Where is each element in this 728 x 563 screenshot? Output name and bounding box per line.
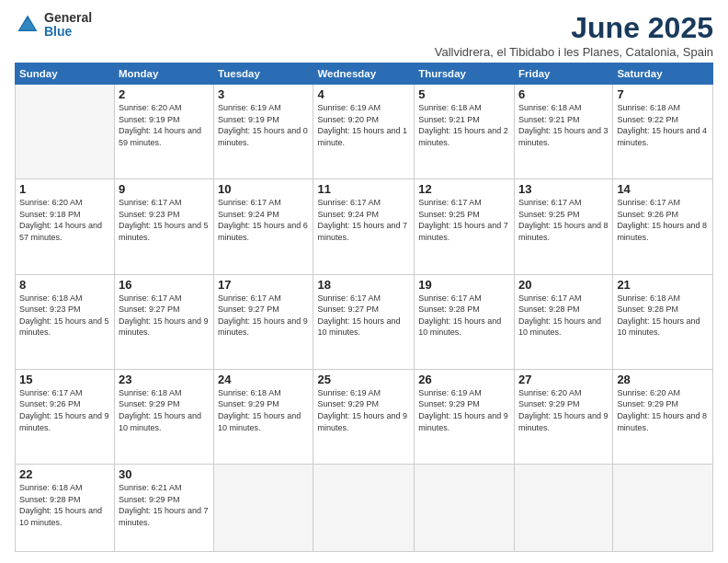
header-cell-wednesday: Wednesday: [313, 63, 415, 85]
day-number: 14: [617, 182, 709, 196]
title-section: June 2025 Vallvidrera, el Tibidabo i les…: [435, 11, 713, 59]
day-number: 4: [317, 87, 410, 101]
day-cell: 4Sunrise: 6:19 AMSunset: 9:20 PMDaylight…: [313, 85, 415, 179]
day-cell: 9Sunrise: 6:17 AMSunset: 9:23 PMDaylight…: [114, 179, 213, 274]
day-info: Sunrise: 6:19 AMSunset: 9:29 PMDaylight:…: [317, 387, 410, 433]
day-number: 22: [19, 467, 110, 481]
logo: General Blue: [15, 11, 92, 40]
logo-blue: Blue: [44, 25, 92, 39]
day-cell: [313, 465, 415, 552]
logo-general: General: [44, 11, 92, 25]
day-cell: 6Sunrise: 6:18 AMSunset: 9:21 PMDaylight…: [514, 85, 612, 179]
day-info: Sunrise: 6:18 AMSunset: 9:28 PMDaylight:…: [19, 482, 110, 528]
day-number: 17: [218, 278, 309, 292]
day-cell: 14Sunrise: 6:17 AMSunset: 9:26 PMDayligh…: [613, 179, 713, 274]
day-cell: 17Sunrise: 6:17 AMSunset: 9:27 PMDayligh…: [214, 274, 313, 369]
day-number: 26: [418, 373, 510, 386]
header-cell-thursday: Thursday: [415, 63, 515, 85]
day-info: Sunrise: 6:17 AMSunset: 9:24 PMDaylight:…: [218, 197, 309, 243]
day-number: 25: [317, 373, 410, 386]
day-cell: 18Sunrise: 6:17 AMSunset: 9:27 PMDayligh…: [313, 274, 415, 369]
day-number: 27: [518, 373, 609, 386]
day-cell: 11Sunrise: 6:17 AMSunset: 9:24 PMDayligh…: [313, 179, 415, 274]
day-info: Sunrise: 6:18 AMSunset: 9:22 PMDaylight:…: [617, 102, 709, 148]
day-info: Sunrise: 6:18 AMSunset: 9:29 PMDaylight:…: [119, 387, 210, 433]
day-cell: 10Sunrise: 6:17 AMSunset: 9:24 PMDayligh…: [214, 179, 313, 274]
day-number: 16: [119, 278, 210, 292]
day-info: Sunrise: 6:19 AMSunset: 9:29 PMDaylight:…: [418, 387, 510, 433]
day-info: Sunrise: 6:18 AMSunset: 9:28 PMDaylight:…: [617, 293, 709, 339]
day-info: Sunrise: 6:17 AMSunset: 9:25 PMDaylight:…: [418, 197, 510, 243]
day-cell: 24Sunrise: 6:18 AMSunset: 9:29 PMDayligh…: [214, 369, 313, 464]
day-info: Sunrise: 6:20 AMSunset: 9:29 PMDaylight:…: [518, 387, 609, 433]
day-number: 30: [119, 467, 210, 481]
day-info: Sunrise: 6:19 AMSunset: 9:19 PMDaylight:…: [218, 102, 309, 148]
day-cell: 25Sunrise: 6:19 AMSunset: 9:29 PMDayligh…: [313, 369, 415, 464]
week-row-0: 2Sunrise: 6:20 AMSunset: 9:19 PMDaylight…: [16, 85, 713, 179]
week-row-2: 8Sunrise: 6:18 AMSunset: 9:23 PMDaylight…: [16, 274, 713, 369]
header-cell-friday: Friday: [514, 63, 612, 85]
day-info: Sunrise: 6:20 AMSunset: 9:19 PMDaylight:…: [119, 102, 210, 148]
day-number: 10: [218, 182, 309, 196]
week-row-1: 1Sunrise: 6:20 AMSunset: 9:18 PMDaylight…: [16, 179, 713, 274]
day-info: Sunrise: 6:20 AMSunset: 9:29 PMDaylight:…: [617, 387, 709, 433]
day-cell: 3Sunrise: 6:19 AMSunset: 9:19 PMDaylight…: [214, 85, 313, 179]
header-cell-saturday: Saturday: [613, 63, 713, 85]
day-number: 13: [518, 182, 609, 196]
day-info: Sunrise: 6:17 AMSunset: 9:26 PMDaylight:…: [617, 197, 709, 243]
day-info: Sunrise: 6:19 AMSunset: 9:20 PMDaylight:…: [317, 102, 410, 148]
day-cell: 5Sunrise: 6:18 AMSunset: 9:21 PMDaylight…: [415, 85, 515, 179]
day-cell: 2Sunrise: 6:20 AMSunset: 9:19 PMDaylight…: [114, 85, 213, 179]
day-number: 21: [617, 278, 709, 292]
day-info: Sunrise: 6:20 AMSunset: 9:18 PMDaylight:…: [19, 197, 110, 243]
day-cell: 7Sunrise: 6:18 AMSunset: 9:22 PMDaylight…: [613, 85, 713, 179]
day-info: Sunrise: 6:17 AMSunset: 9:23 PMDaylight:…: [119, 197, 210, 243]
day-info: Sunrise: 6:17 AMSunset: 9:24 PMDaylight:…: [317, 197, 410, 243]
day-number: 7: [617, 87, 709, 101]
day-info: Sunrise: 6:17 AMSunset: 9:28 PMDaylight:…: [418, 293, 510, 339]
day-number: 20: [518, 278, 609, 292]
header-row: SundayMondayTuesdayWednesdayThursdayFrid…: [16, 63, 713, 85]
day-info: Sunrise: 6:18 AMSunset: 9:21 PMDaylight:…: [418, 102, 510, 148]
day-number: 19: [418, 278, 510, 292]
day-number: 8: [19, 278, 110, 292]
day-number: 11: [317, 182, 410, 196]
day-number: 28: [617, 373, 709, 386]
day-info: Sunrise: 6:18 AMSunset: 9:21 PMDaylight:…: [518, 102, 609, 148]
day-info: Sunrise: 6:18 AMSunset: 9:29 PMDaylight:…: [218, 387, 309, 433]
header-cell-monday: Monday: [114, 63, 213, 85]
day-number: 12: [418, 182, 510, 196]
day-number: 5: [418, 87, 510, 101]
month-title: June 2025: [435, 11, 713, 45]
week-row-3: 15Sunrise: 6:17 AMSunset: 9:26 PMDayligh…: [16, 369, 713, 464]
day-cell: 27Sunrise: 6:20 AMSunset: 9:29 PMDayligh…: [514, 369, 612, 464]
logo-text: General Blue: [44, 11, 92, 40]
day-number: 23: [119, 373, 210, 386]
day-cell: 1Sunrise: 6:20 AMSunset: 9:18 PMDaylight…: [16, 179, 115, 274]
header: General Blue June 2025 Vallvidrera, el T…: [15, 11, 713, 59]
day-cell: 15Sunrise: 6:17 AMSunset: 9:26 PMDayligh…: [16, 369, 115, 464]
day-info: Sunrise: 6:17 AMSunset: 9:27 PMDaylight:…: [119, 293, 210, 339]
day-cell: 30Sunrise: 6:21 AMSunset: 9:29 PMDayligh…: [114, 465, 213, 552]
day-number: 18: [317, 278, 410, 292]
day-cell: [415, 465, 515, 552]
day-number: 15: [19, 373, 110, 386]
day-cell: 23Sunrise: 6:18 AMSunset: 9:29 PMDayligh…: [114, 369, 213, 464]
page: General Blue June 2025 Vallvidrera, el T…: [0, 0, 728, 563]
day-number: 24: [218, 373, 309, 386]
day-cell: 28Sunrise: 6:20 AMSunset: 9:29 PMDayligh…: [613, 369, 713, 464]
day-cell: 21Sunrise: 6:18 AMSunset: 9:28 PMDayligh…: [613, 274, 713, 369]
day-info: Sunrise: 6:18 AMSunset: 9:23 PMDaylight:…: [19, 293, 110, 339]
day-cell: [613, 465, 713, 552]
day-info: Sunrise: 6:17 AMSunset: 9:27 PMDaylight:…: [218, 293, 309, 339]
logo-icon: [15, 12, 40, 38]
day-cell: [214, 465, 313, 552]
day-number: 2: [119, 87, 210, 101]
day-info: Sunrise: 6:21 AMSunset: 9:29 PMDaylight:…: [119, 482, 210, 528]
day-cell: 22Sunrise: 6:18 AMSunset: 9:28 PMDayligh…: [16, 465, 115, 552]
day-info: Sunrise: 6:17 AMSunset: 9:25 PMDaylight:…: [518, 197, 609, 243]
location: Vallvidrera, el Tibidabo i les Planes, C…: [435, 45, 713, 59]
day-cell: [514, 465, 612, 552]
header-cell-sunday: Sunday: [16, 63, 115, 85]
day-cell: 8Sunrise: 6:18 AMSunset: 9:23 PMDaylight…: [16, 274, 115, 369]
